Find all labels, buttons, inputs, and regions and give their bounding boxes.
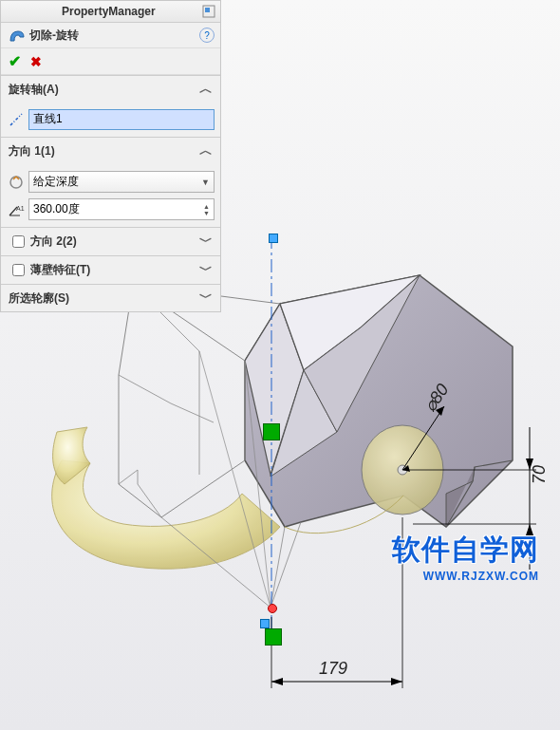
svg-line-18 [10, 114, 22, 125]
feature-title-row: 切除-旋转 ? [1, 23, 220, 48]
watermark-title: 软件自学网 [392, 531, 539, 570]
contours-section-header[interactable]: 所选轮廓(S) ﹀ [1, 285, 220, 311]
watermark: 软件自学网 WWW.RJZXW.COM [392, 531, 539, 583]
feature-title: 切除-旋转 [29, 28, 79, 44]
thin-label: 薄壁特征(T) [30, 262, 90, 278]
property-manager-panel: PropertyManager 切除-旋转 ? ✔ ✖ 旋转轴(A) ︿ [0, 0, 221, 312]
dir2-section-header[interactable]: 方向 2(2) ﹀ [1, 228, 220, 255]
axis-line-icon [7, 110, 26, 129]
dropdown-arrow-icon: ▼ [201, 178, 210, 187]
svg-point-19 [10, 177, 22, 188]
dimension-horizontal[interactable]: 179 [319, 659, 347, 679]
sketch-endpoint-handle[interactable] [269, 234, 278, 243]
cut-revolve-icon [7, 26, 26, 45]
thin-section-header[interactable]: 薄壁特征(T) ﹀ [1, 256, 220, 284]
sketch-endpoint-handle[interactable] [260, 619, 270, 628]
watermark-url: WWW.RJZXW.COM [392, 570, 539, 583]
axis-value: 直线1 [33, 112, 63, 125]
chevron-up-icon: ︿ [199, 81, 213, 98]
angle-input[interactable]: 360.00度 ▲▼ [28, 198, 215, 220]
chevron-down-icon: ﹀ [199, 234, 213, 251]
relation-tag[interactable] [263, 423, 280, 440]
chevron-up-icon: ︿ [199, 142, 213, 159]
axis-label: 旋转轴(A) [9, 82, 59, 98]
angle-icon: A1 [7, 200, 26, 219]
pm-header: PropertyManager [1, 1, 220, 23]
chevron-down-icon: ﹀ [199, 290, 213, 307]
dir2-label: 方向 2(2) [30, 234, 77, 250]
relation-tag[interactable] [265, 628, 282, 646]
pin-icon[interactable] [201, 4, 216, 19]
help-icon[interactable]: ? [199, 28, 215, 43]
end-condition-dropdown[interactable]: 给定深度 ▼ [28, 171, 215, 193]
svg-text:A1: A1 [16, 205, 25, 212]
origin-marker [268, 604, 277, 613]
dir1-label: 方向 1(1) [9, 143, 55, 159]
dimension-vertical[interactable]: 70 [530, 465, 550, 484]
contours-label: 所选轮廓(S) [9, 290, 69, 307]
angle-value: 360.00度 [33, 201, 80, 217]
axis-selection-box[interactable]: 直线1 [28, 109, 215, 130]
dir1-section-header[interactable]: 方向 1(1) ︿ [1, 138, 220, 164]
axis-section-header[interactable]: 旋转轴(A) ︿ [1, 76, 220, 103]
axis-section-body: 直线1 [1, 103, 220, 137]
ok-button[interactable]: ✔ [9, 52, 21, 70]
direction-icon[interactable] [7, 173, 26, 192]
graphics-viewport[interactable]: ⌀80 70 179 软件自学网 WWW.RJZXW.COM PropertyM… [0, 0, 560, 730]
end-condition-value: 给定深度 [33, 174, 79, 190]
svg-rect-17 [205, 8, 210, 12]
ok-cancel-row: ✔ ✖ [1, 48, 220, 75]
dir1-section-body: 给定深度 ▼ A1 360.00度 ▲▼ [1, 164, 220, 227]
svg-marker-9 [271, 678, 283, 685]
spinner-buttons[interactable]: ▲▼ [203, 203, 210, 216]
thin-checkbox[interactable] [12, 264, 25, 276]
chevron-down-icon: ﹀ [199, 262, 213, 279]
svg-marker-10 [391, 678, 402, 685]
dir2-checkbox[interactable] [12, 235, 25, 248]
cancel-button[interactable]: ✖ [30, 54, 42, 69]
pm-title: PropertyManager [62, 5, 156, 18]
